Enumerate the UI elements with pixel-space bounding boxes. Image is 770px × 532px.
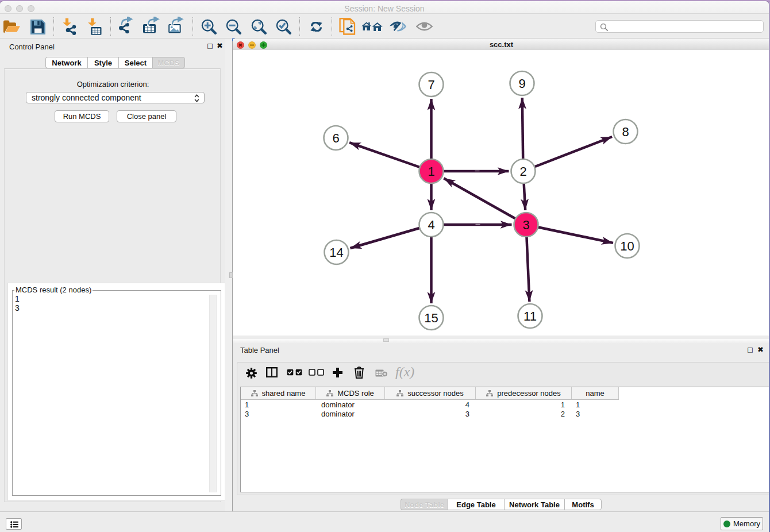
svg-text:14: 14 [329, 245, 343, 260]
svg-text:4: 4 [428, 218, 434, 232]
svg-text:6: 6 [332, 131, 339, 145]
svg-text:3: 3 [522, 218, 529, 232]
svg-text:1: 1 [428, 164, 434, 179]
svg-text:11: 11 [523, 309, 537, 323]
svg-text:15: 15 [424, 311, 438, 325]
svg-text:9: 9 [518, 76, 525, 91]
svg-text:7: 7 [428, 78, 434, 92]
svg-text:8: 8 [622, 125, 629, 139]
svg-text:2: 2 [519, 164, 526, 179]
svg-text:10: 10 [620, 239, 634, 253]
